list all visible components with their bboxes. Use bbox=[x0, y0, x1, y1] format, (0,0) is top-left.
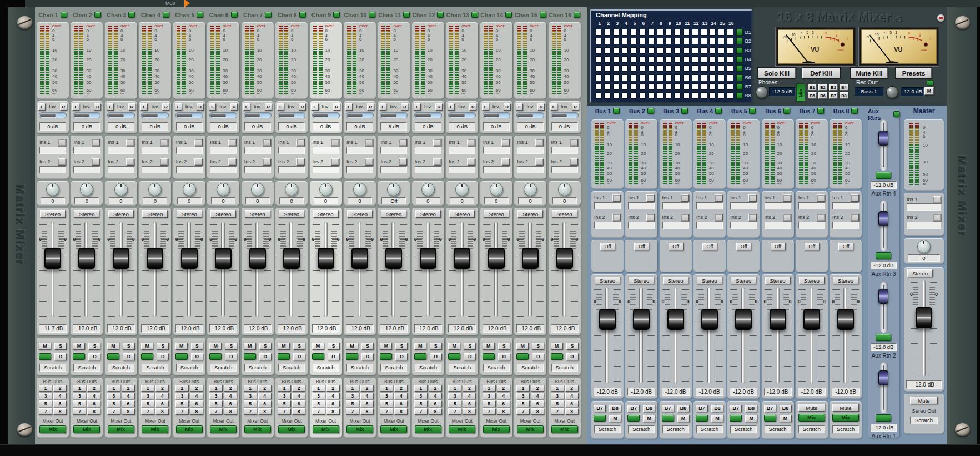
bus-mute-button[interactable]: M bbox=[711, 415, 723, 422]
insert-slot-field[interactable] bbox=[662, 202, 689, 209]
bus-out-button[interactable]: 3 bbox=[448, 393, 461, 399]
pan-knob[interactable] bbox=[285, 183, 298, 196]
fader-handle[interactable] bbox=[283, 248, 300, 269]
mapping-cell[interactable] bbox=[595, 74, 602, 81]
mixer-out-mix-button[interactable]: Mix bbox=[108, 425, 134, 433]
bus-out-button[interactable]: 2 bbox=[531, 385, 544, 392]
bus-out-button[interactable]: 8 bbox=[53, 408, 67, 415]
mapping-cell[interactable] bbox=[604, 92, 611, 99]
aux-slider-track[interactable] bbox=[880, 362, 888, 413]
bus-out-button[interactable]: 5 bbox=[244, 400, 257, 407]
defeat-button[interactable]: D bbox=[191, 353, 203, 360]
insert-enable-button[interactable] bbox=[92, 158, 100, 166]
gain-trim-slider[interactable] bbox=[209, 112, 237, 118]
aux-on-button[interactable] bbox=[876, 334, 891, 341]
insert-enable-button[interactable] bbox=[748, 214, 757, 221]
bus-out-button[interactable]: 8 bbox=[87, 408, 100, 415]
bus-out-button[interactable]: 8 bbox=[531, 408, 544, 415]
stereo-mode-button[interactable]: Stereo bbox=[381, 210, 406, 218]
mapping-cell[interactable] bbox=[692, 65, 698, 72]
right-input-button[interactable]: R bbox=[537, 103, 545, 111]
bus-active-led[interactable] bbox=[851, 108, 858, 114]
channel-on-led[interactable] bbox=[141, 353, 153, 360]
mapping-cell[interactable] bbox=[692, 56, 698, 63]
fader-handle[interactable] bbox=[488, 248, 505, 269]
bus-out-button[interactable]: 4 bbox=[292, 393, 305, 399]
right-input-button[interactable]: R bbox=[128, 103, 135, 111]
insert-slot-field[interactable] bbox=[415, 166, 441, 173]
insert-slot-field[interactable] bbox=[662, 222, 689, 229]
mute-button[interactable]: M bbox=[244, 343, 256, 350]
mapping-cell[interactable] bbox=[604, 29, 611, 36]
bus-out-button[interactable]: 7 bbox=[141, 408, 154, 415]
mapping-bus-led[interactable] bbox=[736, 38, 743, 44]
left-input-button[interactable]: L bbox=[311, 103, 319, 111]
mapping-cell[interactable] bbox=[639, 56, 646, 63]
mapping-cell[interactable] bbox=[621, 92, 628, 99]
mapping-cell[interactable] bbox=[718, 65, 725, 72]
bus-mix-button[interactable]: Mix bbox=[832, 414, 859, 422]
channel-active-led[interactable] bbox=[94, 12, 101, 18]
mapping-cell[interactable] bbox=[621, 74, 628, 81]
mute-button[interactable]: M bbox=[448, 343, 460, 350]
mapping-cell[interactable] bbox=[657, 38, 664, 44]
bus-out-button[interactable]: 5 bbox=[209, 400, 223, 407]
bus-out-button[interactable]: 1 bbox=[209, 385, 223, 392]
mapping-cell[interactable] bbox=[727, 29, 733, 36]
insert-enable-button[interactable] bbox=[681, 194, 689, 202]
mapping-cell[interactable] bbox=[727, 47, 733, 54]
channel-on-led[interactable] bbox=[73, 353, 85, 360]
mute-button[interactable]: M bbox=[107, 343, 119, 350]
bus-out-button[interactable]: 6 bbox=[531, 400, 544, 407]
insert-slot-field[interactable] bbox=[346, 147, 373, 154]
stereo-mode-button[interactable]: Stereo bbox=[245, 210, 270, 218]
bus-out-button[interactable]: 3 bbox=[414, 393, 428, 399]
mapping-cell[interactable] bbox=[709, 83, 716, 90]
bus-active-led[interactable] bbox=[715, 108, 722, 114]
bus-out-button[interactable]: 2 bbox=[155, 385, 169, 392]
right-input-button[interactable]: R bbox=[401, 103, 408, 111]
insert-enable-button[interactable] bbox=[817, 214, 825, 221]
route-b8-button[interactable]: B8 bbox=[643, 405, 655, 412]
presets-button[interactable]: Presets bbox=[896, 68, 932, 78]
mapping-cell[interactable] bbox=[727, 74, 733, 81]
insert-slot-field[interactable] bbox=[551, 147, 578, 154]
scratch-name-field[interactable]: Scratch bbox=[176, 364, 203, 372]
solo-button[interactable]: S bbox=[191, 343, 203, 350]
mapping-cell[interactable] bbox=[683, 56, 690, 63]
mapping-cell[interactable] bbox=[709, 56, 716, 63]
pan-knob[interactable] bbox=[80, 183, 93, 196]
insert-slot-field[interactable] bbox=[39, 166, 66, 173]
fader-track[interactable] bbox=[221, 222, 225, 317]
insert-enable-button[interactable] bbox=[228, 139, 237, 146]
insert-enable-button[interactable] bbox=[331, 139, 339, 146]
stereo-mode-button[interactable]: Stereo bbox=[484, 210, 509, 218]
mapping-cell[interactable] bbox=[701, 74, 707, 81]
mapping-cell[interactable] bbox=[701, 38, 707, 44]
right-input-button[interactable]: R bbox=[435, 103, 443, 111]
insert-slot-field[interactable] bbox=[696, 202, 723, 209]
insert-enable-button[interactable] bbox=[399, 139, 407, 146]
defeat-button[interactable]: D bbox=[123, 353, 135, 360]
scratch-name-field[interactable]: Scratch bbox=[39, 364, 66, 372]
mapping-cell[interactable] bbox=[639, 65, 646, 72]
right-input-button[interactable]: R bbox=[367, 103, 374, 111]
mapping-cell[interactable] bbox=[709, 38, 716, 44]
stereo-mode-button[interactable]: Stereo bbox=[177, 210, 202, 218]
insert-slot-field[interactable] bbox=[210, 147, 237, 154]
fader-track[interactable] bbox=[639, 288, 643, 383]
bus-out-button[interactable]: 5 bbox=[278, 400, 291, 407]
solo-button[interactable]: S bbox=[498, 343, 510, 350]
bus-out-button[interactable]: 4 bbox=[53, 393, 67, 399]
insert-slot-field[interactable] bbox=[765, 222, 791, 229]
bus-active-led[interactable] bbox=[647, 108, 654, 114]
mapping-cell[interactable] bbox=[613, 65, 620, 72]
gain-trim-handle[interactable] bbox=[517, 113, 533, 117]
mapping-cell[interactable] bbox=[657, 47, 664, 54]
fader-handle[interactable] bbox=[454, 248, 470, 269]
aux-off-button[interactable]: Off bbox=[805, 243, 820, 250]
solo-button[interactable]: S bbox=[157, 343, 169, 350]
fader-track[interactable] bbox=[776, 288, 780, 383]
insert-slot-field[interactable] bbox=[483, 166, 510, 173]
mapping-cell[interactable] bbox=[639, 83, 646, 90]
